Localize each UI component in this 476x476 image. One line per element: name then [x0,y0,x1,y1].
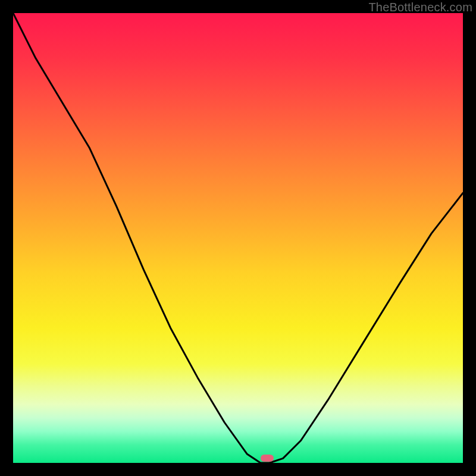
optimal-marker [261,455,274,462]
plot-area [13,13,463,463]
bottleneck-curve [13,13,463,463]
attribution-text: TheBottleneck.com [368,1,472,14]
chart-frame: TheBottleneck.com [0,0,476,476]
